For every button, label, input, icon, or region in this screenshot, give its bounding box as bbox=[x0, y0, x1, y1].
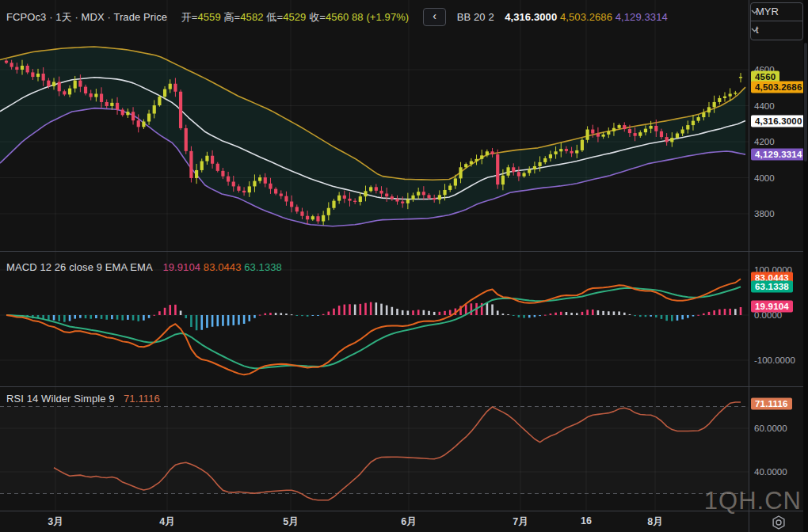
rsi-pane-chart[interactable] bbox=[0, 386, 749, 511]
price-tick: 4200 bbox=[754, 137, 775, 146]
macd-indicator-title[interactable]: MACD 12 26 close 9 EMA EMA bbox=[6, 261, 152, 273]
scrollbar-thumb[interactable] bbox=[804, 43, 807, 162]
scale-settings-box: MYR t bbox=[750, 2, 803, 40]
currency-label: MYR bbox=[756, 3, 779, 21]
ohlc-high: 高=4582 bbox=[223, 11, 263, 23]
price-pane-chart[interactable] bbox=[0, 0, 749, 251]
chevron-down-icon bbox=[751, 10, 758, 14]
macd-line-value: 83.0443 bbox=[204, 261, 242, 273]
ohlc-low: 低=4529 bbox=[266, 11, 306, 23]
change-value: 88 (+1.97%) bbox=[352, 11, 409, 23]
price-tick: 4400 bbox=[754, 101, 775, 111]
pane-divider[interactable] bbox=[0, 386, 808, 387]
time-label: 16 bbox=[581, 515, 592, 526]
scale-badge: 4,316.3000 bbox=[751, 115, 806, 127]
chart-window: FCPOc3 · 1天 · MDX · Trade Price 开=4559 高… bbox=[0, 0, 808, 532]
time-label: 3月 bbox=[48, 515, 63, 529]
watermark: 1QH.CN bbox=[704, 487, 802, 515]
price-tick: 3800 bbox=[754, 209, 775, 218]
rsi-legend: RSI 14 Wilder Simple 9 71.1116 bbox=[6, 393, 160, 405]
price-tick: 4000 bbox=[754, 173, 775, 183]
time-label: 8月 bbox=[647, 515, 662, 529]
pane-divider[interactable] bbox=[0, 251, 808, 252]
bb-upper-value: 4,503.2686 bbox=[560, 11, 612, 23]
macd-legend: MACD 12 26 close 9 EMA EMA 19.9104 83.04… bbox=[6, 261, 282, 273]
axis-label: 60.0000 bbox=[754, 424, 787, 433]
time-label: 6月 bbox=[401, 515, 416, 529]
scale-badge: 19.9104 bbox=[751, 300, 793, 312]
time-label: 7月 bbox=[513, 515, 528, 529]
bb-lower-value: 4,129.3314 bbox=[616, 11, 668, 23]
currency-dropdown[interactable]: MYR bbox=[751, 3, 802, 21]
time-label: 5月 bbox=[283, 515, 298, 529]
chevron-down-icon bbox=[751, 28, 758, 32]
unit-dropdown[interactable]: t bbox=[751, 21, 802, 39]
scale-badge: 4,503.2686 bbox=[751, 82, 806, 93]
macd-hist-value: 19.9104 bbox=[162, 261, 200, 273]
ohlc-open: 开=4559 bbox=[181, 11, 221, 23]
scale-badge: 4,129.3314 bbox=[751, 149, 806, 161]
scale-badge: 63.1338 bbox=[751, 281, 793, 293]
axis-label: 40.0000 bbox=[754, 467, 787, 477]
rsi-indicator-title[interactable]: RSI 14 Wilder Simple 9 bbox=[6, 393, 115, 405]
right-scrollbar[interactable] bbox=[803, 0, 808, 532]
axis-label: -100.0000 bbox=[754, 355, 795, 365]
symbol-title[interactable]: FCPOc3 · 1天 · MDX · Trade Price bbox=[6, 11, 167, 23]
macd-signal-value: 63.1338 bbox=[244, 261, 282, 273]
scale-badge: 71.1116 bbox=[751, 398, 792, 410]
bb-mid-value: 4,316.3000 bbox=[505, 11, 557, 23]
rsi-value: 71.1116 bbox=[124, 393, 160, 405]
ohlc-close: 收=4560 bbox=[309, 11, 349, 23]
time-label: 4月 bbox=[159, 515, 174, 529]
price-scale[interactable]: 46004400420040003800100.00000.0000-100.0… bbox=[749, 0, 808, 511]
time-axis-settings-gear-icon[interactable] bbox=[770, 514, 787, 531]
bb-indicator-title[interactable]: BB 20 2 bbox=[457, 11, 494, 23]
time-axis[interactable]: 3月4月5月6月7月168月 bbox=[0, 511, 808, 532]
price-legend: FCPOc3 · 1天 · MDX · Trade Price 开=4559 高… bbox=[6, 8, 668, 28]
back-button[interactable]: ‹ bbox=[423, 8, 446, 26]
